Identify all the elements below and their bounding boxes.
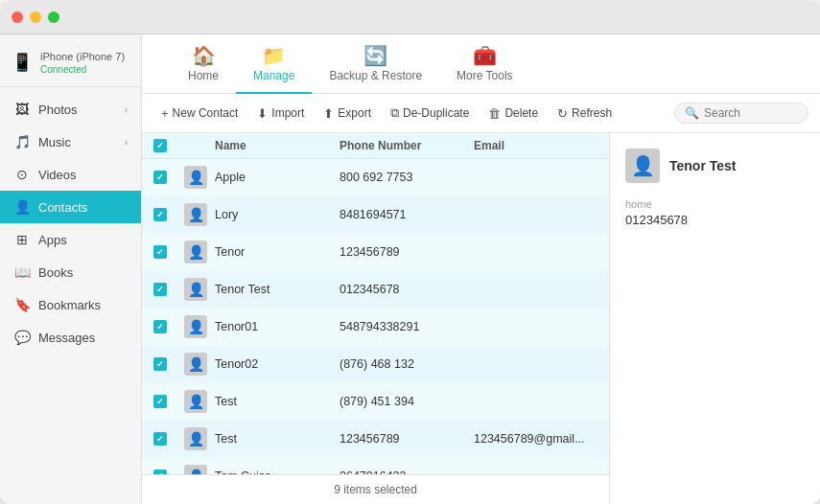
deduplicate-button[interactable]: ⧉ De-Duplicate xyxy=(383,102,477,125)
refresh-button[interactable]: ↻ Refresh xyxy=(550,103,620,125)
table-row[interactable]: 👤 Lory 8481694571 xyxy=(142,196,609,234)
detail-label-home: home 012345678 xyxy=(625,198,805,227)
avatar: 👤 xyxy=(184,465,207,474)
avatar: 👤 xyxy=(184,390,207,413)
row-checkbox[interactable] xyxy=(153,283,167,296)
detail-contact-name: Tenor Test xyxy=(669,158,737,173)
table-row[interactable]: 👤 Tenor02 (876) 468 132 xyxy=(142,346,609,383)
contact-phone: 012345678 xyxy=(340,283,474,296)
contact-phone: (876) 468 132 xyxy=(340,357,474,371)
export-label: Export xyxy=(338,106,371,120)
nav-backup[interactable]: 🔄 Backup & Restore xyxy=(312,42,439,94)
table-row[interactable]: 👤 Tenor 123456789 xyxy=(142,234,609,271)
sidebar-label-contacts: Contacts xyxy=(38,200,87,215)
avatar: 👤 xyxy=(184,315,207,338)
table-row[interactable]: 👤 Tom Cuise 2647916423 xyxy=(142,458,609,474)
manage-icon: 📁 xyxy=(262,46,286,65)
new-contact-button[interactable]: + New Contact xyxy=(153,103,246,125)
sidebar: 📱 iPhone (iPhone 7) Connected 🖼 Photos ›… xyxy=(0,34,142,504)
import-button[interactable]: ⬇ Import xyxy=(249,103,312,125)
detail-avatar: 👤 xyxy=(625,149,660,183)
photos-icon: 🖼 xyxy=(13,101,31,118)
sidebar-label-messages: Messages xyxy=(38,331,95,345)
table-row[interactable]: 👤 Tenor Test 012345678 xyxy=(142,271,609,309)
sidebar-label-bookmarks: Bookmarks xyxy=(38,298,101,312)
export-button[interactable]: ⬆ Export xyxy=(316,103,379,125)
minimize-button[interactable] xyxy=(30,11,41,23)
select-all-checkbox[interactable] xyxy=(153,139,167,152)
contact-email: 123456789@gmail... xyxy=(474,432,597,446)
detail-phone-value: 012345678 xyxy=(625,213,805,227)
import-label: Import xyxy=(271,106,304,120)
chevron-icon: › xyxy=(125,104,128,115)
bookmarks-icon: 🔖 xyxy=(13,296,31,313)
table-scroll[interactable]: 👤 Apple 800 692 7753 👤 Lory 8481694571 xyxy=(142,159,609,474)
nav-backup-label: Backup & Restore xyxy=(329,69,422,82)
device-icon: 📱 xyxy=(12,52,33,73)
export-icon: ⬆ xyxy=(323,106,334,121)
sidebar-item-apps[interactable]: ⊞ Apps xyxy=(0,223,141,256)
books-icon: 📖 xyxy=(13,263,31,281)
sidebar-item-messages[interactable]: 💬 Messages xyxy=(0,321,141,354)
delete-icon: 🗑 xyxy=(488,106,501,121)
contact-phone: 8481694571 xyxy=(340,208,474,221)
table-row[interactable]: 👤 Apple 800 692 7753 xyxy=(142,159,609,196)
maximize-button[interactable] xyxy=(48,11,59,23)
col-header-phone: Phone Number xyxy=(340,139,474,152)
sidebar-item-contacts[interactable]: 👤 Contacts xyxy=(0,191,141,223)
device-info: 📱 iPhone (iPhone 7) Connected xyxy=(0,42,141,87)
contact-name: Tenor Test xyxy=(215,283,340,296)
sidebar-label-books: Books xyxy=(38,265,73,280)
nav-tools[interactable]: 🧰 More Tools xyxy=(439,42,529,94)
contact-phone: 123456789 xyxy=(340,245,474,259)
contact-phone: 123456789 xyxy=(340,432,474,446)
contacts-table: Name Phone Number Email 👤 Apple 800 692 … xyxy=(142,133,609,504)
window-controls xyxy=(12,11,59,23)
topnav: 🏠 Home 📁 Manage 🔄 Backup & Restore 🧰 Mor… xyxy=(142,34,820,94)
content-area: 🏠 Home 📁 Manage 🔄 Backup & Restore 🧰 Mor… xyxy=(142,34,820,504)
table-row[interactable]: 👤 Test 123456789 123456789@gmail... xyxy=(142,421,609,458)
search-box[interactable]: 🔍 xyxy=(674,103,808,124)
delete-label: Delete xyxy=(504,106,538,120)
table-header: Name Phone Number Email xyxy=(142,133,609,159)
table-footer: 9 items selected xyxy=(142,474,609,504)
close-button[interactable] xyxy=(12,11,23,23)
backup-icon: 🔄 xyxy=(363,46,387,65)
refresh-icon: ↻ xyxy=(557,106,568,121)
contact-phone: 548794338291 xyxy=(340,320,474,333)
row-checkbox[interactable] xyxy=(153,357,167,371)
row-checkbox[interactable] xyxy=(153,245,167,259)
avatar: 👤 xyxy=(184,166,207,189)
col-header-name: Name xyxy=(215,139,340,152)
row-checkbox[interactable] xyxy=(153,395,167,408)
detail-panel: 👤 Tenor Test home 012345678 xyxy=(609,133,820,504)
sidebar-item-bookmarks[interactable]: 🔖 Bookmarks xyxy=(0,288,141,321)
row-checkbox[interactable] xyxy=(153,320,167,333)
row-checkbox[interactable] xyxy=(153,171,167,184)
music-icon: 🎵 xyxy=(13,133,31,150)
table-row[interactable]: 👤 Tenor01 548794338291 xyxy=(142,309,609,346)
contact-phone: (879) 451 394 xyxy=(340,395,474,408)
toolbar: + New Contact ⬇ Import ⬆ Export ⧉ De-Dup… xyxy=(142,94,820,133)
sidebar-item-photos[interactable]: 🖼 Photos › xyxy=(0,93,141,126)
contact-name: Test xyxy=(215,395,340,408)
contact-name: Apple xyxy=(215,171,340,184)
app-body: 📱 iPhone (iPhone 7) Connected 🖼 Photos ›… xyxy=(0,34,820,504)
nav-home[interactable]: 🏠 Home xyxy=(171,42,236,94)
row-checkbox[interactable] xyxy=(153,208,167,221)
row-checkbox[interactable] xyxy=(153,432,167,446)
sidebar-item-books[interactable]: 📖 Books xyxy=(0,256,141,288)
search-input[interactable] xyxy=(704,106,798,120)
sidebar-label-videos: Videos xyxy=(38,168,77,182)
plus-icon: + xyxy=(161,106,169,121)
nav-manage[interactable]: 📁 Manage xyxy=(236,42,312,94)
nav-tools-label: More Tools xyxy=(457,69,512,82)
sidebar-item-music[interactable]: 🎵 Music › xyxy=(0,126,141,158)
tools-icon: 🧰 xyxy=(473,46,497,65)
table-row[interactable]: 👤 Test (879) 451 394 xyxy=(142,383,609,421)
sidebar-item-videos[interactable]: ⊙ Videos xyxy=(0,158,141,191)
contact-name: Tenor01 xyxy=(215,320,340,333)
sidebar-label-photos: Photos xyxy=(38,103,77,117)
delete-button[interactable]: 🗑 Delete xyxy=(480,103,546,125)
col-header-email: Email xyxy=(474,139,597,152)
